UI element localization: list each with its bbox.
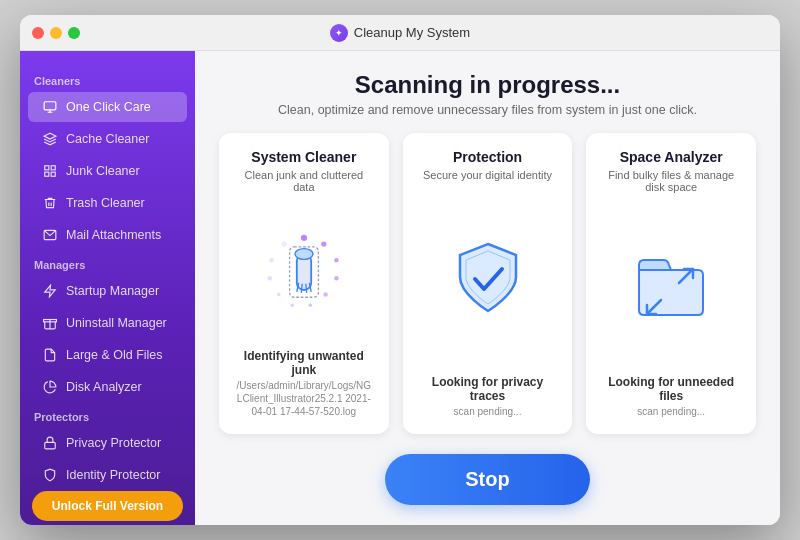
protection-status-label: Looking for privacy traces	[419, 375, 557, 403]
svg-point-16	[334, 276, 339, 281]
svg-point-22	[269, 258, 274, 263]
mail-icon	[42, 227, 58, 243]
zap-icon	[42, 283, 58, 299]
protection-visual	[419, 191, 557, 367]
protectors-section-label: Protectors	[20, 403, 195, 427]
file-icon	[42, 347, 58, 363]
svg-marker-3	[44, 133, 56, 139]
system-cleaner-status-label: Identifying unwanted junk	[235, 349, 373, 377]
stop-button-container: Stop	[219, 454, 756, 505]
protection-status-sub: scan pending...	[454, 405, 522, 418]
traffic-lights	[32, 27, 80, 39]
svg-rect-4	[45, 166, 49, 170]
svg-point-19	[290, 304, 294, 308]
system-cleaner-title: System Cleaner	[251, 149, 356, 165]
sidebar-label: Identity Protector	[66, 468, 161, 482]
svg-point-17	[323, 292, 328, 297]
sidebar-label: Mail Attachments	[66, 228, 161, 242]
app-icon: ✦	[330, 24, 348, 42]
cards-row: System Cleaner Clean junk and cluttered …	[219, 133, 756, 434]
package-icon	[42, 315, 58, 331]
sidebar-label: Cache Cleaner	[66, 132, 149, 146]
space-analyzer-subtitle: Find bulky files & manage disk space	[602, 169, 740, 193]
protection-title: Protection	[453, 149, 522, 165]
svg-point-20	[277, 293, 281, 297]
space-analyzer-status-label: Looking for unneeded files	[602, 375, 740, 403]
content-area: Cleaners One Click Care Cache Cleaner Ju…	[20, 51, 780, 525]
app-window: ✦ Cleanup My System Cleaners One Click C…	[20, 15, 780, 525]
shield-icon	[42, 467, 58, 483]
space-analyzer-visual	[602, 203, 740, 367]
close-button[interactable]	[32, 27, 44, 39]
space-analyzer-status-sub: scan pending...	[637, 405, 705, 418]
shield-animation	[448, 239, 528, 319]
sidebar-label: Junk Cleaner	[66, 164, 140, 178]
unlock-full-version-button[interactable]: Unlock Full Version	[32, 491, 183, 521]
monitor-icon	[42, 99, 58, 115]
svg-point-15	[334, 258, 339, 263]
system-cleaner-card: System Cleaner Clean junk and cluttered …	[219, 133, 389, 434]
space-analyzer-card: Space Analyzer Find bulky files & manage…	[586, 133, 756, 434]
sidebar-item-disk-analyzer[interactable]: Disk Analyzer	[28, 372, 187, 402]
sidebar-item-trash-cleaner[interactable]: Trash Cleaner	[28, 188, 187, 218]
svg-rect-5	[51, 166, 55, 170]
sidebar-item-privacy-protector[interactable]: Privacy Protector	[28, 428, 187, 458]
system-cleaner-status-sub: /Users/admin/Library/Logs/NGLClient_Illu…	[235, 379, 373, 418]
main-content: Scanning in progress... Clean, optimize …	[195, 51, 780, 525]
sidebar-item-identity-protector[interactable]: Identity Protector	[28, 460, 187, 490]
titlebar: ✦ Cleanup My System	[20, 15, 780, 51]
lock-icon	[42, 435, 58, 451]
system-cleaner-visual	[235, 203, 373, 341]
protection-subtitle: Secure your digital identity	[423, 169, 552, 181]
system-cleaner-subtitle: Clean junk and cluttered data	[235, 169, 373, 193]
app-title-bar: ✦ Cleanup My System	[330, 24, 470, 42]
cleaner-animation	[259, 227, 349, 317]
svg-point-18	[308, 304, 312, 308]
svg-rect-7	[51, 172, 55, 176]
trash-icon	[42, 195, 58, 211]
sidebar-item-mail-attachments[interactable]: Mail Attachments	[28, 220, 187, 250]
svg-point-25	[295, 249, 313, 260]
sidebar-label: Privacy Protector	[66, 436, 161, 450]
cleaners-section-label: Cleaners	[20, 67, 195, 91]
pie-chart-icon	[42, 379, 58, 395]
svg-point-13	[301, 235, 307, 241]
minimize-button[interactable]	[50, 27, 62, 39]
sidebar-label: Large & Old Files	[66, 348, 163, 362]
svg-marker-9	[45, 285, 56, 297]
svg-point-23	[281, 241, 286, 246]
sidebar-label: Uninstall Manager	[66, 316, 167, 330]
sidebar-item-one-click-care[interactable]: One Click Care	[28, 92, 187, 122]
stop-button[interactable]: Stop	[385, 454, 589, 505]
svg-line-27	[301, 284, 302, 293]
sidebar-label: Trash Cleaner	[66, 196, 145, 210]
sidebar-label: Startup Manager	[66, 284, 159, 298]
svg-rect-6	[45, 172, 49, 176]
maximize-button[interactable]	[68, 27, 80, 39]
grid-icon	[42, 163, 58, 179]
sidebar-label: One Click Care	[66, 100, 151, 114]
layers-icon	[42, 131, 58, 147]
main-header: Scanning in progress... Clean, optimize …	[219, 71, 756, 117]
sidebar-item-large-old-files[interactable]: Large & Old Files	[28, 340, 187, 370]
page-title: Scanning in progress...	[219, 71, 756, 99]
folder-animation	[631, 245, 711, 325]
space-analyzer-title: Space Analyzer	[620, 149, 723, 165]
sidebar-item-startup-manager[interactable]: Startup Manager	[28, 276, 187, 306]
svg-rect-0	[44, 102, 56, 110]
sidebar-item-cache-cleaner[interactable]: Cache Cleaner	[28, 124, 187, 154]
protection-card: Protection Secure your digital identity …	[403, 133, 573, 434]
managers-section-label: Managers	[20, 251, 195, 275]
page-subtitle: Clean, optimize and remove unnecessary f…	[219, 103, 756, 117]
sidebar-label: Disk Analyzer	[66, 380, 142, 394]
sidebar: Cleaners One Click Care Cache Cleaner Ju…	[20, 51, 195, 525]
sidebar-item-junk-cleaner[interactable]: Junk Cleaner	[28, 156, 187, 186]
svg-rect-12	[45, 442, 56, 448]
sidebar-item-uninstall-manager[interactable]: Uninstall Manager	[28, 308, 187, 338]
svg-line-28	[306, 284, 307, 293]
svg-point-14	[321, 241, 326, 246]
svg-point-21	[267, 276, 272, 281]
app-title-label: Cleanup My System	[354, 25, 470, 40]
